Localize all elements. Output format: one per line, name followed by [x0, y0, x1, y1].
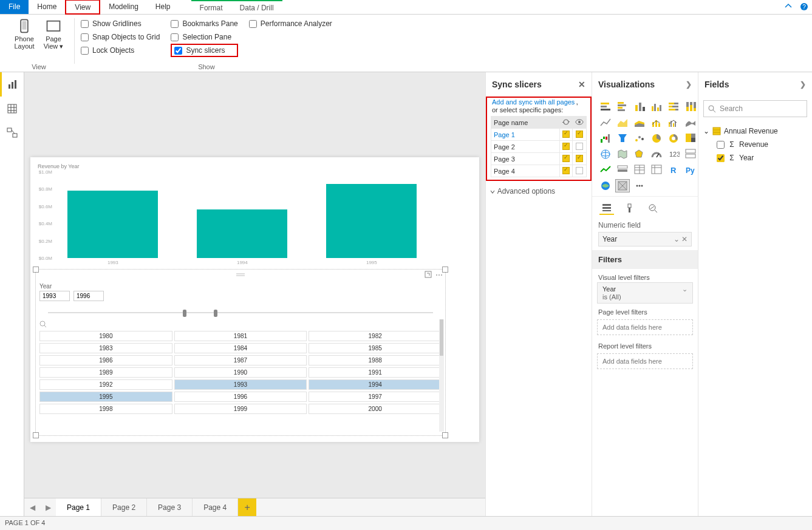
year-cell[interactable]: 1995 — [39, 392, 172, 402]
scrollbar[interactable] — [439, 319, 444, 432]
lock-objects-checkbox[interactable]: Lock Objects — [81, 44, 160, 57]
year-cell[interactable]: 1989 — [39, 367, 172, 378]
menu-file[interactable]: File — [0, 0, 29, 14]
viz-arcgis-icon[interactable] — [598, 179, 613, 192]
year-cell[interactable]: 1998 — [39, 404, 172, 414]
year-cell[interactable]: 1992 — [39, 379, 172, 390]
chart-bar[interactable] — [326, 184, 417, 258]
ribbon-collapse-icon[interactable] — [780, 0, 796, 14]
selection-pane-checkbox[interactable]: Selection Pane — [171, 30, 237, 44]
more-options-icon[interactable]: ⋯ — [435, 271, 443, 280]
report-level-filter-well[interactable]: Add data fields here — [597, 353, 693, 369]
viz-map-icon[interactable] — [598, 148, 613, 161]
year-cell[interactable]: 1999 — [174, 404, 307, 414]
year-cell[interactable]: 1991 — [309, 367, 442, 378]
format-tab-icon[interactable] — [623, 202, 637, 215]
menu-home[interactable]: Home — [29, 0, 65, 14]
numeric-field-well[interactable]: Year ⌄ ✕ — [598, 232, 692, 246]
sync-checkbox[interactable] — [560, 129, 573, 141]
viz-slicer-icon[interactable] — [615, 163, 630, 177]
viz-scatter-icon[interactable] — [632, 132, 647, 145]
sync-checkbox[interactable] — [560, 165, 573, 177]
sync-checkbox[interactable] — [560, 153, 573, 165]
viz-shape-map-icon[interactable] — [632, 148, 647, 161]
data-view-icon[interactable] — [0, 97, 24, 121]
field-row[interactable]: Σ Year — [703, 151, 807, 165]
year-cell[interactable]: 1997 — [309, 392, 442, 402]
viz-stacked-area-icon[interactable] — [632, 116, 647, 129]
slicer-slider[interactable] — [48, 308, 433, 317]
viz-table-icon[interactable] — [632, 163, 647, 177]
close-icon[interactable]: ✕ — [578, 80, 585, 89]
year-cell[interactable]: 1980 — [39, 331, 172, 341]
visual-level-filter-card[interactable]: Year⌄ is (All) — [597, 282, 693, 304]
year-cell[interactable]: 1985 — [309, 343, 442, 353]
fields-tab-icon[interactable] — [599, 202, 614, 215]
slicer-visual[interactable]: ⋯ Year 198019811982198319841985198619871… — [35, 269, 446, 436]
viz-100-stacked-bar-icon[interactable] — [666, 100, 681, 114]
viz-stacked-column-icon[interactable] — [632, 100, 647, 114]
year-cell[interactable]: 1990 — [174, 367, 307, 378]
analytics-tab-icon[interactable] — [646, 202, 660, 215]
year-cell[interactable]: 1994 — [309, 379, 442, 390]
menu-help[interactable]: Help — [147, 0, 179, 14]
page-level-filter-well[interactable]: Add data fields here — [597, 319, 693, 335]
bar-chart-visual[interactable]: Revenue by Year $0.0M$0.2M$0.4M$0.6M$0.8… — [35, 163, 443, 267]
report-view-icon[interactable] — [0, 72, 24, 97]
model-view-icon[interactable] — [0, 121, 24, 145]
menu-format[interactable]: Format — [191, 0, 231, 14]
performance-analyzer-checkbox[interactable]: Performance Analyzer — [249, 17, 332, 30]
viz-python-visual-icon[interactable]: Py — [683, 163, 698, 177]
year-cell[interactable]: 2000 — [309, 404, 442, 414]
page-prev-button[interactable]: ◀ — [24, 498, 40, 516]
slicer-from-input[interactable] — [39, 291, 70, 301]
advanced-options-toggle[interactable]: Advanced options — [486, 181, 592, 202]
menu-datadrill[interactable]: Data / Drill — [231, 0, 282, 14]
phone-layout-button[interactable]: Phone Layout — [10, 17, 39, 52]
collapse-panel-icon[interactable]: ❯ — [686, 80, 692, 89]
fields-search-input[interactable]: Search — [703, 100, 807, 117]
year-cell[interactable]: 1987 — [174, 355, 307, 365]
chart-bar[interactable] — [67, 191, 158, 258]
page-tab[interactable]: Page 2 — [101, 498, 147, 516]
drag-handle-icon[interactable] — [236, 273, 245, 277]
year-cell[interactable]: 1981 — [174, 331, 307, 341]
sync-page-name[interactable]: Page 2 — [491, 141, 560, 153]
viz-kpi-icon[interactable] — [598, 163, 613, 177]
viz-100-stacked-column-icon[interactable] — [683, 100, 698, 114]
viz-line-stacked-column-icon[interactable] — [649, 116, 664, 129]
viz-pie-icon[interactable] — [649, 132, 664, 145]
visible-checkbox[interactable] — [573, 129, 587, 141]
report-canvas[interactable]: Revenue by Year $0.0M$0.2M$0.4M$0.6M$0.8… — [24, 72, 485, 509]
chart-bar[interactable] — [197, 209, 287, 258]
page-next-button[interactable]: ▶ — [40, 498, 56, 516]
viz-custom-placeholder-icon[interactable] — [615, 179, 630, 192]
sync-checkbox[interactable] — [560, 141, 573, 153]
year-cell[interactable]: 1983 — [39, 343, 172, 353]
sync-page-name[interactable]: Page 4 — [491, 165, 560, 177]
menu-modeling[interactable]: Modeling — [100, 0, 147, 14]
snap-to-grid-checkbox[interactable]: Snap Objects to Grid — [81, 30, 160, 44]
viz-gauge-icon[interactable] — [649, 148, 664, 161]
page-view-button[interactable]: Page View ▾ — [39, 17, 68, 52]
year-cell[interactable]: 1993 — [174, 379, 307, 390]
visible-checkbox[interactable] — [573, 141, 587, 153]
viz-funnel-icon[interactable] — [615, 132, 630, 145]
field-row[interactable]: Σ Revenue — [703, 138, 807, 151]
focus-mode-icon[interactable] — [425, 271, 432, 280]
fields-table-row[interactable]: ⌄ Annual Revenue — [703, 124, 807, 138]
add-page-button[interactable]: + — [238, 498, 256, 516]
viz-filled-map-icon[interactable] — [615, 148, 630, 161]
viz-r-visual-icon[interactable]: R — [666, 163, 681, 177]
viz-stacked-bar-icon[interactable] — [598, 100, 613, 114]
year-cell[interactable]: 1988 — [309, 355, 442, 365]
year-cell[interactable]: 1986 — [39, 355, 172, 365]
sync-all-pages-link[interactable]: Add and sync with all pages — [491, 96, 576, 106]
search-icon[interactable] — [36, 321, 445, 330]
show-gridlines-checkbox[interactable]: Show Gridlines — [81, 17, 160, 30]
viz-line-clustered-column-icon[interactable] — [666, 116, 681, 129]
sync-slicers-checkbox[interactable]: Sync slicers — [171, 44, 237, 57]
viz-clustered-column-icon[interactable] — [649, 100, 664, 114]
year-cell[interactable]: 1996 — [174, 392, 307, 402]
viz-matrix-icon[interactable] — [649, 163, 664, 177]
